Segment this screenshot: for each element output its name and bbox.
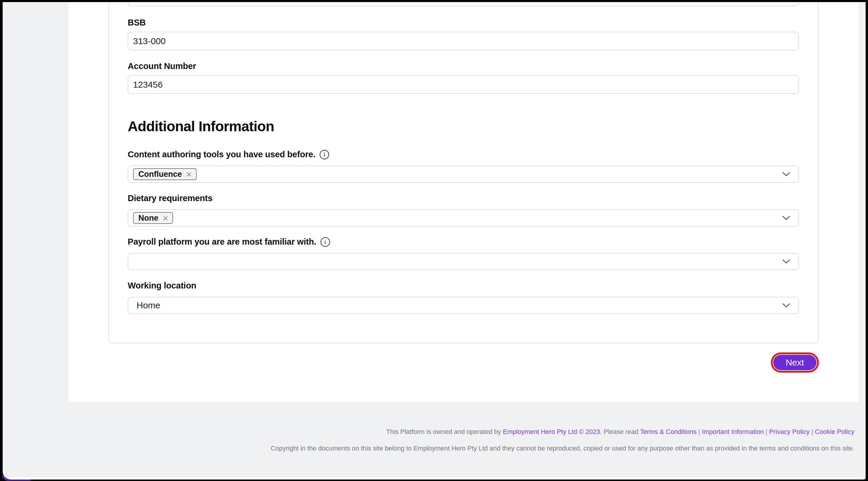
bsb-label: BSB: [128, 18, 146, 28]
footer-copyright-line: Copyright in the documents on this site …: [271, 445, 855, 452]
payroll-label-row: Payroll platform you are are most famili…: [128, 237, 330, 247]
next-button-highlight-ring: Next: [771, 352, 819, 373]
content-tools-multiselect[interactable]: Confluence ×: [128, 166, 799, 183]
content-tools-label: Content authoring tools you have used be…: [128, 150, 315, 159]
chevron-down-icon[interactable]: [782, 303, 791, 308]
browser-viewport: BSB Account Number Additional Informatio…: [3, 2, 866, 480]
company-link[interactable]: Employment Hero Pty Ltd © 2023: [503, 428, 600, 436]
footer-text-prefix: This Platform is owned and operated by: [386, 428, 503, 436]
content-tools-label-row: Content authoring tools you have used be…: [128, 150, 329, 159]
terms-link[interactable]: Terms & Conditions: [640, 428, 697, 436]
footer-separator: |: [697, 428, 702, 436]
screen-frame: BSB Account Number Additional Informatio…: [0, 0, 868, 481]
payroll-label: Payroll platform you are are most famili…: [128, 237, 316, 247]
chevron-down-icon[interactable]: [782, 259, 791, 264]
section-heading: Additional Information: [128, 118, 274, 134]
footer-separator: |: [764, 428, 769, 436]
cookie-link[interactable]: Cookie Policy: [815, 428, 855, 436]
footer-separator: |: [810, 428, 815, 436]
chevron-down-icon[interactable]: [782, 172, 791, 177]
info-icon[interactable]: i: [320, 150, 329, 159]
footer-legal-line: This Platform is owned and operated by E…: [271, 428, 855, 436]
working-location-label-row: Working location: [128, 281, 196, 291]
remove-tag-icon[interactable]: ×: [186, 169, 192, 179]
info-icon[interactable]: i: [320, 237, 330, 247]
dietary-multiselect[interactable]: None ×: [128, 210, 799, 227]
working-location-select[interactable]: Home: [128, 297, 799, 314]
working-location-label: Working location: [128, 281, 196, 291]
scrollbar-track[interactable]: [859, 2, 866, 477]
dietary-label: Dietary requirements: [128, 193, 212, 203]
payroll-select[interactable]: [128, 253, 799, 270]
privacy-link[interactable]: Privacy Policy: [769, 428, 810, 436]
footer-text-middle: . Please read: [600, 428, 640, 436]
account-number-input[interactable]: [128, 75, 799, 94]
chevron-down-icon[interactable]: [782, 216, 791, 220]
dietary-label-row: Dietary requirements: [128, 193, 212, 203]
previous-field-input[interactable]: [128, 2, 799, 6]
important-info-link[interactable]: Important Information: [702, 428, 764, 436]
account-number-label: Account Number: [128, 61, 196, 71]
remove-tag-icon[interactable]: ×: [163, 213, 168, 223]
selected-tag: Confluence ×: [133, 168, 197, 180]
working-location-value: Home: [133, 300, 160, 311]
next-button[interactable]: Next: [773, 355, 816, 370]
tag-label: Confluence: [138, 170, 182, 179]
selected-tag: None ×: [133, 212, 173, 224]
bsb-input[interactable]: [128, 32, 799, 50]
footer: This Platform is owned and operated by E…: [271, 428, 855, 452]
tag-label: None: [138, 214, 158, 223]
